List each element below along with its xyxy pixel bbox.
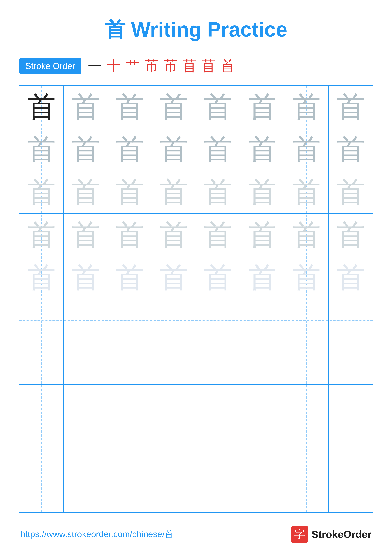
grid-cell[interactable]: 首: [284, 256, 328, 299]
grid-cell[interactable]: [196, 384, 240, 427]
practice-char: 首: [336, 178, 365, 206]
grid-cell[interactable]: [240, 427, 284, 470]
practice-char: 首: [248, 178, 277, 206]
grid-cell[interactable]: 首: [19, 214, 64, 256]
grid-cell[interactable]: [328, 342, 373, 384]
grid-cell[interactable]: [152, 342, 196, 384]
grid-cell[interactable]: [328, 470, 373, 513]
practice-char: 首: [204, 135, 232, 164]
practice-char: 首: [248, 93, 277, 121]
grid-cell[interactable]: [196, 342, 240, 384]
grid-cell[interactable]: 首: [196, 214, 240, 256]
grid-cell[interactable]: [284, 470, 328, 513]
grid-cell[interactable]: [108, 299, 152, 342]
grid-cell[interactable]: 首: [108, 85, 152, 128]
grid-cell[interactable]: [240, 384, 284, 427]
stroke-7: 苜: [202, 56, 216, 76]
grid-cell[interactable]: [328, 384, 373, 427]
grid-cell[interactable]: 首: [19, 85, 64, 128]
grid-cell[interactable]: [19, 470, 64, 513]
practice-char: 首: [27, 221, 56, 249]
grid-cell[interactable]: [64, 470, 107, 513]
grid-cell[interactable]: 首: [108, 214, 152, 256]
practice-char: 首: [160, 221, 188, 249]
grid-cell[interactable]: 首: [196, 128, 240, 171]
grid-cell[interactable]: 首: [64, 256, 107, 299]
stroke-5: 芇: [164, 56, 178, 76]
grid-cell[interactable]: 首: [19, 128, 64, 171]
grid-cell[interactable]: [19, 299, 64, 342]
grid-cell[interactable]: [196, 427, 240, 470]
grid-cell[interactable]: [240, 299, 284, 342]
footer-logo: 字 StrokeOrder: [291, 526, 371, 543]
grid-cell[interactable]: 首: [240, 171, 284, 214]
practice-char: 首: [336, 221, 365, 249]
grid-cell[interactable]: 首: [64, 128, 107, 171]
grid-cell[interactable]: [284, 342, 328, 384]
grid-cell[interactable]: [19, 427, 64, 470]
grid-cell[interactable]: [284, 427, 328, 470]
practice-char: 首: [27, 93, 56, 121]
practice-char: 首: [27, 178, 56, 206]
grid-cell[interactable]: [108, 427, 152, 470]
grid-cell[interactable]: 首: [64, 214, 107, 256]
grid-cell[interactable]: 首: [328, 256, 373, 299]
grid-cell[interactable]: 首: [328, 214, 373, 256]
grid-cell[interactable]: 首: [152, 256, 196, 299]
grid-cell[interactable]: [284, 384, 328, 427]
grid-cell[interactable]: 首: [64, 85, 107, 128]
grid-cell[interactable]: [328, 427, 373, 470]
grid-cell[interactable]: 首: [64, 171, 107, 214]
grid-cell[interactable]: 首: [196, 256, 240, 299]
grid-cell[interactable]: [19, 384, 64, 427]
practice-char: 首: [248, 135, 277, 164]
footer-url: https://www.strokeorder.com/chinese/首: [21, 528, 173, 540]
grid-cell[interactable]: [152, 427, 196, 470]
grid-cell[interactable]: [196, 470, 240, 513]
grid-cell[interactable]: [64, 384, 107, 427]
grid-cell[interactable]: [108, 470, 152, 513]
grid-cell[interactable]: [328, 299, 373, 342]
grid-cell[interactable]: [108, 384, 152, 427]
grid-cell[interactable]: [19, 342, 64, 384]
stroke-1: 一: [88, 56, 102, 76]
grid-cell[interactable]: [64, 342, 107, 384]
grid-cell[interactable]: 首: [152, 214, 196, 256]
grid-cell[interactable]: 首: [284, 85, 328, 128]
grid-cell[interactable]: [196, 299, 240, 342]
practice-grid: 首首首首首首首首首首首首首首首首首首首首首首首首首首首首首首首首首首首首首首首首: [19, 85, 373, 513]
grid-cell[interactable]: 首: [196, 85, 240, 128]
grid-cell[interactable]: 首: [196, 171, 240, 214]
grid-cell[interactable]: [64, 299, 107, 342]
grid-cell[interactable]: [240, 470, 284, 513]
grid-cell[interactable]: 首: [152, 171, 196, 214]
grid-cell[interactable]: 首: [240, 85, 284, 128]
page-title: 首 Writing Practice: [19, 16, 373, 44]
grid-cell[interactable]: 首: [240, 128, 284, 171]
grid-cell[interactable]: [240, 342, 284, 384]
grid-cell[interactable]: 首: [284, 171, 328, 214]
practice-char: 首: [71, 93, 100, 121]
grid-cell[interactable]: 首: [240, 256, 284, 299]
grid-cell[interactable]: 首: [284, 214, 328, 256]
stroke-6: 苜: [183, 56, 197, 76]
grid-cell[interactable]: 首: [152, 128, 196, 171]
grid-cell[interactable]: 首: [19, 256, 64, 299]
grid-cell[interactable]: 首: [240, 214, 284, 256]
grid-cell[interactable]: 首: [108, 256, 152, 299]
grid-cell[interactable]: 首: [284, 128, 328, 171]
grid-cell[interactable]: 首: [152, 85, 196, 128]
grid-cell[interactable]: [152, 470, 196, 513]
grid-cell[interactable]: [108, 342, 152, 384]
grid-cell[interactable]: 首: [328, 171, 373, 214]
practice-char: 首: [248, 263, 277, 292]
grid-cell[interactable]: [284, 299, 328, 342]
grid-cell[interactable]: 首: [108, 171, 152, 214]
grid-cell[interactable]: [64, 427, 107, 470]
grid-cell[interactable]: 首: [108, 128, 152, 171]
grid-cell[interactable]: 首: [19, 171, 64, 214]
grid-cell[interactable]: 首: [328, 85, 373, 128]
grid-cell[interactable]: [152, 384, 196, 427]
grid-cell[interactable]: 首: [328, 128, 373, 171]
grid-cell[interactable]: [152, 299, 196, 342]
